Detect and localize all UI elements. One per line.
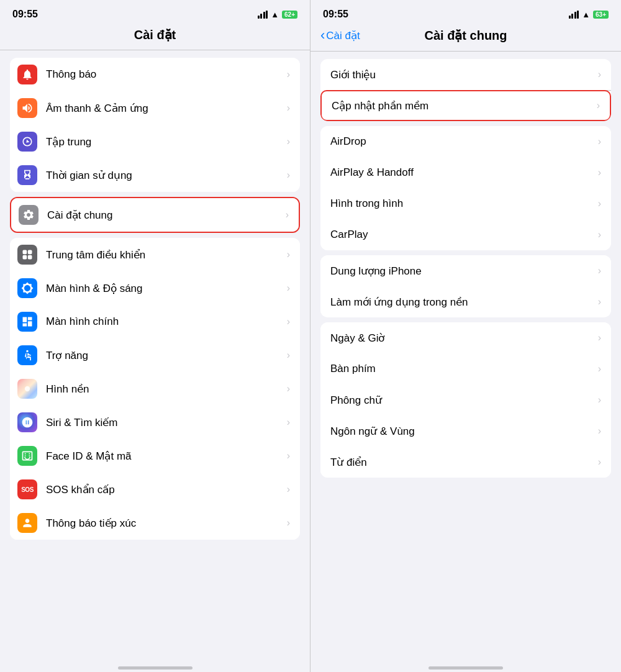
svg-point-5 — [25, 386, 30, 391]
phong-chu-label: Phông chữ — [330, 394, 598, 407]
chevron-icon: › — [287, 450, 290, 461]
dung-luong-label: Dung lượng iPhone — [330, 265, 598, 278]
right-item-airdrop[interactable]: AirDrop › — [320, 126, 611, 157]
chevron-icon: › — [287, 350, 290, 361]
right-scroll-area[interactable]: Giới thiệu › Cập nhật phần mềm › AirDrop… — [310, 52, 621, 661]
chevron-icon: › — [287, 170, 290, 181]
svg-rect-1 — [28, 250, 32, 255]
contact-icon — [17, 513, 37, 533]
sidebar-item-man-hinh-do-sang[interactable]: Màn hình & Độ sáng › — [10, 271, 300, 305]
right-group-2: AirDrop › AirPlay & Handoff › Hình trong… — [320, 126, 611, 250]
right-item-carplay[interactable]: CarPlay › — [320, 219, 611, 250]
right-status-bar: 09:55 ▲ 63+ — [310, 0, 621, 25]
chevron-icon: › — [598, 456, 601, 468]
trung-tam-label: Trung tâm điều khiển — [46, 248, 287, 261]
focus-icon — [17, 132, 37, 152]
left-home-indicator — [0, 661, 310, 672]
right-time: 09:55 — [323, 9, 348, 20]
chevron-icon: › — [287, 417, 290, 428]
right-item-lam-moi[interactable]: Làm mới ứng dụng trong nền › — [320, 286, 611, 317]
thong-bao-label: Thông báo — [46, 68, 287, 81]
faceid-icon — [17, 446, 37, 466]
sidebar-item-siri[interactable]: Siri & Tìm kiếm › — [10, 406, 300, 439]
left-nav-header: Cài đặt — [0, 25, 310, 50]
control-icon — [17, 245, 37, 265]
wifi-icon: ▲ — [271, 10, 279, 19]
sidebar-item-thong-bao-tiep-xuc[interactable]: Thông báo tiếp xúc › — [10, 506, 300, 540]
chevron-icon: › — [286, 209, 289, 220]
right-item-ban-phim[interactable]: Bàn phím › — [320, 353, 611, 384]
airdrop-label: AirDrop — [330, 135, 598, 148]
hourglass-icon — [17, 165, 37, 185]
chevron-icon: › — [287, 283, 290, 294]
chevron-icon: › — [287, 69, 290, 80]
sidebar-item-thong-bao[interactable]: Thông báo › — [10, 58, 300, 91]
svg-point-4 — [26, 350, 28, 352]
sidebar-item-man-hinh-chinh[interactable]: Màn hình chính › — [10, 305, 300, 338]
right-group-4: Ngày & Giờ › Bàn phím › Phông chữ › Ngôn… — [320, 322, 611, 478]
right-battery: 63+ — [593, 11, 609, 19]
chevron-icon: › — [287, 517, 290, 529]
left-battery: 62+ — [282, 11, 297, 19]
right-item-ngay-gio[interactable]: Ngày & Giờ › — [320, 322, 611, 353]
thong-bao-tiep-xuc-label: Thông báo tiếp xúc — [46, 517, 287, 530]
siri-label: Siri & Tìm kiếm — [46, 416, 287, 429]
right-item-airplay[interactable]: AirPlay & Handoff › — [320, 157, 611, 188]
chevron-icon: › — [287, 136, 290, 147]
chevron-icon: › — [598, 229, 601, 240]
siri-icon — [17, 412, 37, 432]
home-bar — [118, 666, 193, 670]
homescreen-icon — [17, 312, 37, 332]
left-panel: 09:55 ▲ 62+ Cài đặt Thông báo › — [0, 0, 310, 672]
ban-phim-label: Bàn phím — [330, 363, 598, 375]
chevron-icon: › — [287, 484, 290, 495]
wallpaper-icon — [17, 379, 37, 399]
sidebar-item-cai-dat-chung[interactable]: Cài đặt chung › — [11, 198, 299, 232]
man-hinh-do-sang-label: Màn hình & Độ sáng — [46, 282, 287, 295]
left-title: Cài đặt — [134, 28, 176, 42]
sidebar-item-thoi-gian[interactable]: Thời gian sử dụng › — [10, 158, 300, 192]
right-status-icons: ▲ 63+ — [569, 10, 609, 19]
sound-icon — [17, 98, 37, 118]
sidebar-item-am-thanh[interactable]: Âm thanh & Cảm ứng › — [10, 91, 300, 125]
right-item-tu-dien[interactable]: Từ điển › — [320, 447, 611, 478]
sidebar-item-sos[interactable]: SOS SOS khẩn cấp › — [10, 473, 300, 506]
right-item-gioi-thieu[interactable]: Giới thiệu › — [320, 59, 611, 90]
chevron-icon: › — [598, 363, 601, 375]
sidebar-item-tro-nang[interactable]: Trợ năng › — [10, 338, 300, 372]
left-status-bar: 09:55 ▲ 62+ — [0, 0, 310, 25]
tu-dien-label: Từ điển — [330, 456, 598, 469]
right-home-indicator — [310, 661, 621, 672]
chevron-icon: › — [287, 249, 290, 260]
home-bar — [428, 666, 503, 670]
sidebar-item-hinh-nen[interactable]: Hình nền › — [10, 372, 300, 406]
left-time: 09:55 — [12, 9, 38, 20]
airplay-label: AirPlay & Handoff — [330, 166, 598, 179]
svg-rect-2 — [23, 255, 27, 260]
left-group-3: Trung tâm điều khiển › Màn hình & Độ sán… — [10, 238, 300, 540]
sidebar-item-trung-tam[interactable]: Trung tâm điều khiển › — [10, 238, 300, 271]
right-group-3: Dung lượng iPhone › Làm mới ứng dụng tro… — [320, 255, 611, 317]
chevron-icon: › — [597, 100, 600, 111]
tap-trung-label: Tập trung — [46, 135, 287, 148]
right-item-cap-nhat[interactable]: Cập nhật phần mềm › — [320, 90, 611, 121]
left-status-icons: ▲ 62+ — [258, 10, 297, 19]
face-id-label: Face ID & Mật mã — [46, 450, 287, 463]
right-item-dung-luong[interactable]: Dung lượng iPhone › — [320, 255, 611, 286]
right-item-ngon-ngu[interactable]: Ngôn ngữ & Vùng › — [320, 415, 611, 447]
ngay-gio-label: Ngày & Giờ — [330, 332, 598, 345]
right-item-phong-chu[interactable]: Phông chữ › — [320, 384, 611, 415]
cai-dat-chung-label: Cài đặt chung — [47, 209, 286, 222]
gioi-thieu-label: Giới thiệu — [330, 68, 598, 81]
chevron-icon: › — [598, 136, 601, 147]
sidebar-item-tap-trung[interactable]: Tập trung › — [10, 125, 300, 158]
chevron-icon: › — [598, 198, 601, 209]
back-button[interactable]: ‹ Cài đặt — [320, 27, 360, 43]
right-item-hinh-trong-hinh[interactable]: Hình trong hình › — [320, 188, 611, 219]
left-scroll-area[interactable]: Thông báo › Âm thanh & Cảm ứng › Tập tru… — [0, 50, 310, 661]
chevron-icon: › — [598, 394, 601, 406]
svg-rect-0 — [23, 250, 27, 255]
cap-nhat-label: Cập nhật phần mềm — [332, 99, 597, 112]
signal-icon — [569, 11, 579, 19]
sidebar-item-face-id[interactable]: Face ID & Mật mã › — [10, 439, 300, 473]
